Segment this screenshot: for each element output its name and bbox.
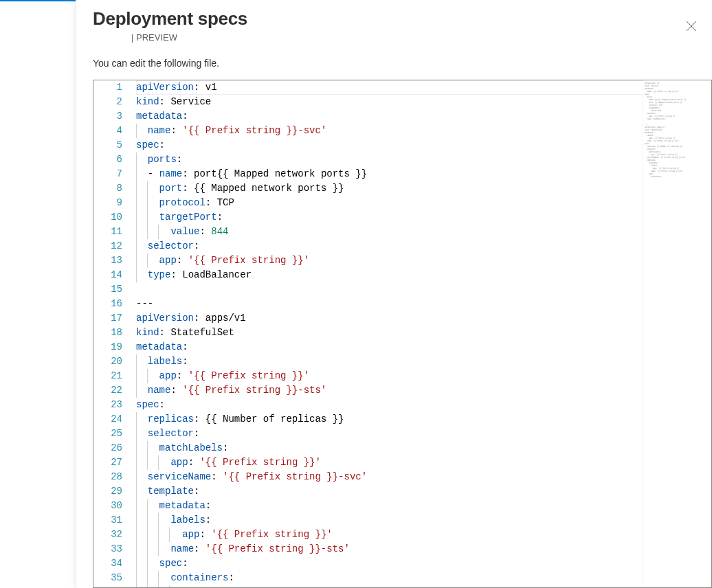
code-line[interactable]: name: '{{ Prefix string }}-svc' [136, 124, 711, 138]
code-line[interactable]: app: '{{ Prefix string }}' [136, 253, 711, 268]
code-line[interactable] [136, 282, 711, 297]
code-line[interactable]: metadata: [136, 499, 711, 513]
line-number: 18 [93, 326, 122, 340]
line-number: 5 [93, 138, 122, 152]
line-number: 15 [93, 282, 122, 297]
close-button[interactable] [680, 15, 702, 37]
code-editor[interactable]: 1234567891011121314151617181920212223242… [93, 80, 712, 588]
code-line[interactable]: - name: port{{ Mapped network ports }} [136, 167, 711, 181]
code-minimap[interactable]: apiVersion: v1 kind: Service metadata: n… [643, 80, 711, 587]
line-number: 22 [93, 383, 122, 398]
code-line[interactable]: spec: [136, 556, 711, 571]
line-number: 13 [93, 253, 122, 268]
code-line[interactable]: app: '{{ Prefix string }}' [136, 528, 711, 542]
code-line[interactable]: ports: [136, 152, 711, 167]
line-number: 23 [93, 398, 122, 412]
panel-title: Deployment specs [93, 8, 696, 30]
code-line[interactable]: --- [136, 297, 711, 311]
code-line[interactable]: kind: StatefulSet [136, 326, 711, 340]
code-line[interactable]: targetPort: [136, 210, 711, 225]
code-line[interactable]: labels: [136, 513, 711, 528]
code-line[interactable]: matchLabels: [136, 441, 711, 455]
line-number: 29 [93, 484, 122, 499]
code-line[interactable]: selector: [136, 239, 711, 253]
line-number: 2 [93, 95, 122, 109]
line-number: 16 [93, 297, 122, 311]
code-line[interactable]: containers: [136, 571, 711, 585]
line-number: 31 [93, 513, 122, 528]
code-line[interactable]: replicas: {{ Number of replicas }} [136, 412, 711, 427]
code-line[interactable]: kind: Service [136, 95, 711, 109]
panel-header: Deployment specs | PREVIEW [76, 0, 712, 45]
code-line[interactable]: labels: [136, 354, 711, 369]
code-line[interactable]: name: '{{ Prefix string }}-sts' [136, 383, 711, 398]
line-number: 4 [93, 124, 122, 138]
code-line[interactable]: value: 844 [136, 225, 711, 239]
line-number: 11 [93, 225, 122, 239]
code-line[interactable]: selector: [136, 427, 711, 441]
line-number: 20 [93, 354, 122, 369]
code-line[interactable]: port: {{ Mapped network ports }} [136, 181, 711, 196]
code-line[interactable]: template: [136, 484, 711, 499]
line-number: 10 [93, 210, 122, 225]
line-number: 28 [93, 470, 122, 484]
code-line[interactable] [136, 585, 711, 587]
line-number: 33 [93, 542, 122, 556]
line-number: 25 [93, 427, 122, 441]
code-line[interactable]: name: '{{ Prefix string }}-sts' [136, 542, 711, 556]
line-number: 1 [93, 80, 122, 95]
code-line[interactable]: metadata: [136, 340, 711, 354]
line-number: 21 [93, 369, 122, 383]
line-number: 26 [93, 441, 122, 455]
line-number: 34 [93, 556, 122, 571]
line-number: 27 [93, 455, 122, 470]
line-number: 14 [93, 268, 122, 282]
code-content[interactable]: apiVersion: v1kind: Servicemetadata: nam… [129, 80, 711, 587]
line-number: 36 [93, 585, 122, 587]
line-number: 32 [93, 528, 122, 542]
line-number: 9 [93, 196, 122, 210]
code-line[interactable]: apiVersion: apps/v1 [136, 311, 711, 326]
line-number: 12 [93, 239, 122, 253]
code-line[interactable]: type: LoadBalancer [136, 268, 711, 282]
line-number: 3 [93, 109, 122, 124]
code-line[interactable]: app: '{{ Prefix string }}' [136, 369, 711, 383]
code-line[interactable]: spec: [136, 398, 711, 412]
code-line[interactable]: protocol: TCP [136, 196, 711, 210]
panel-description: You can edit the following file. [76, 45, 712, 74]
code-line[interactable]: apiVersion: v1 [136, 80, 711, 95]
deployment-specs-panel: Deployment specs | PREVIEW You can edit … [76, 0, 712, 588]
line-number: 30 [93, 499, 122, 513]
line-number: 35 [93, 571, 122, 585]
code-line[interactable]: serviceName: '{{ Prefix string }}-svc' [136, 470, 711, 484]
code-line[interactable]: metadata: [136, 109, 711, 124]
close-icon [686, 21, 697, 32]
line-number-gutter: 1234567891011121314151617181920212223242… [93, 80, 129, 587]
code-line[interactable]: app: '{{ Prefix string }}' [136, 455, 711, 470]
panel-breadcrumb: | PREVIEW [131, 32, 696, 43]
line-number: 8 [93, 181, 122, 196]
line-number: 19 [93, 340, 122, 354]
code-line[interactable]: spec: [136, 138, 711, 152]
line-number: 17 [93, 311, 122, 326]
line-number: 24 [93, 412, 122, 427]
line-number: 7 [93, 167, 122, 181]
line-number: 6 [93, 152, 122, 167]
